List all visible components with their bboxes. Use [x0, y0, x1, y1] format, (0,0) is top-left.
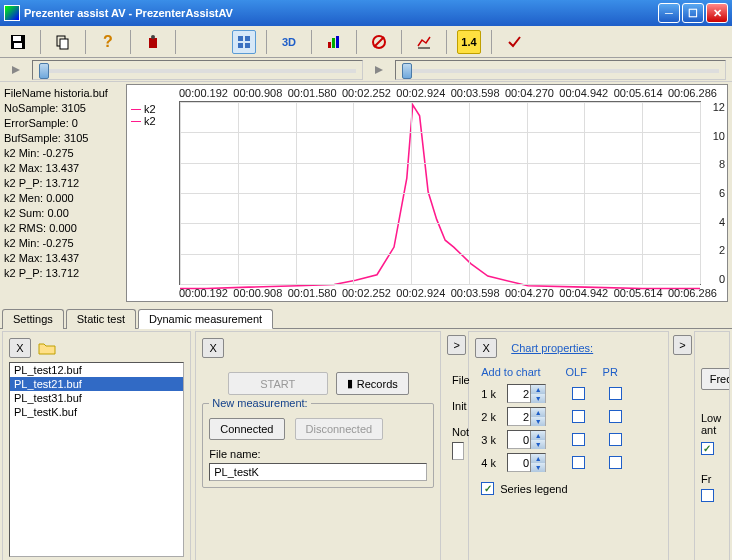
filename-input[interactable]	[209, 463, 427, 481]
x-tick: 00:03.598	[451, 87, 500, 99]
row-2-pr-checkbox[interactable]	[609, 410, 622, 423]
slider-1[interactable]	[32, 60, 363, 80]
x-tick: 00:05.614	[614, 87, 663, 99]
app-icon	[4, 5, 20, 21]
badge-14[interactable]: 1.4	[457, 30, 481, 54]
x-tick: 00:02.924	[396, 287, 445, 299]
row-4-spin[interactable]: ▲▼	[507, 453, 546, 472]
info-line: k2 Max: 13.437	[4, 251, 118, 266]
x-tick: 00:04.942	[559, 87, 608, 99]
x-tick: 00:06.286	[668, 287, 717, 299]
start-button[interactable]: START	[228, 372, 328, 395]
grid-view-button[interactable]	[232, 30, 256, 54]
svg-point-6	[151, 35, 155, 39]
fr-label: Fr	[701, 473, 723, 485]
row-2-spin[interactable]: ▲▼	[507, 407, 546, 426]
row-4-pr-checkbox[interactable]	[609, 456, 622, 469]
ant-label: ant	[701, 424, 723, 436]
chartprops-close-button[interactable]: X	[475, 338, 497, 358]
file-short-label: File	[452, 374, 470, 386]
tab-strip: Settings Static test Dynamic measurement	[0, 304, 732, 329]
window-close-button[interactable]: ✕	[706, 3, 728, 23]
svg-rect-2	[14, 43, 22, 48]
save-button[interactable]	[6, 30, 30, 54]
check-icon[interactable]	[502, 30, 526, 54]
right-check-2[interactable]	[701, 489, 714, 502]
series-legend-checkbox[interactable]	[481, 482, 494, 495]
row-4-olf-checkbox[interactable]	[572, 456, 585, 469]
init-short-label: Init	[452, 400, 470, 412]
x-tick: 00:00.192	[179, 287, 228, 299]
records-button[interactable]: ▮Records	[336, 372, 409, 395]
svg-rect-5	[149, 38, 157, 48]
tab-dynamic-measurement[interactable]: Dynamic measurement	[138, 309, 273, 329]
x-tick: 00:00.908	[233, 287, 282, 299]
row-3-spin[interactable]: ▲▼	[507, 430, 546, 449]
row-1-pr-checkbox[interactable]	[609, 387, 622, 400]
copy-button[interactable]	[51, 30, 75, 54]
row-1-spin[interactable]: ▲▼	[507, 384, 546, 403]
folder-open-icon[interactable]	[35, 338, 59, 358]
tab-settings[interactable]: Settings	[2, 309, 64, 329]
y-tick: 0	[719, 273, 725, 285]
add-to-chart-label: Add to chart	[481, 366, 557, 378]
y-tick: 6	[719, 187, 725, 199]
file-list-item[interactable]: PL_test12.buf	[10, 363, 183, 377]
help-button[interactable]: ?	[96, 30, 120, 54]
x-tick: 00:01.580	[288, 287, 337, 299]
row-3-pr-checkbox[interactable]	[609, 433, 622, 446]
disconnected-button[interactable]: Disconnected	[295, 418, 384, 440]
slider-collapse-icon[interactable]	[6, 60, 26, 80]
slider-collapse-icon-2[interactable]	[369, 60, 389, 80]
connected-button[interactable]: Connected	[209, 418, 284, 440]
titlebar: Prezenter assist AV - PrezenterAssistAV …	[0, 0, 732, 26]
chart-area[interactable]: k2k2 00:00.19200:00.90800:01.58000:02.25…	[126, 84, 728, 302]
x-tick: 00:00.908	[233, 87, 282, 99]
file-list[interactable]: PL_test12.bufPL_test21.bufPL_test31.bufP…	[9, 362, 184, 557]
chart-icon[interactable]	[322, 30, 346, 54]
measurement-close-button[interactable]: X	[202, 338, 224, 358]
window-title: Prezenter assist AV - PrezenterAssistAV	[24, 7, 658, 19]
legend-item: k2	[131, 103, 156, 115]
y-tick: 10	[713, 130, 725, 142]
window-maximize-button[interactable]: ☐	[682, 3, 704, 23]
not-input[interactable]	[452, 442, 464, 460]
y-tick: 8	[719, 158, 725, 170]
file-list-item[interactable]: PL_testK.buf	[10, 405, 183, 419]
row-1-olf-checkbox[interactable]	[572, 387, 585, 400]
window-minimize-button[interactable]: ─	[658, 3, 680, 23]
no-circle-icon[interactable]	[367, 30, 391, 54]
alert-icon[interactable]	[141, 30, 165, 54]
info-column: FileName historia.bufNoSample: 3105Error…	[0, 82, 122, 304]
file-close-button[interactable]: X	[9, 338, 31, 358]
records-icon: ▮	[347, 377, 353, 390]
info-line: NoSample: 3105	[4, 101, 118, 116]
info-line: k2 Sum: 0.00	[4, 206, 118, 221]
series-legend-label: Series legend	[500, 483, 567, 495]
tab-static-test[interactable]: Static test	[66, 309, 136, 329]
slider-row	[0, 58, 732, 82]
pr-label: PR	[595, 366, 625, 378]
file-list-item[interactable]: PL_test21.buf	[10, 377, 183, 391]
svg-rect-13	[336, 36, 339, 48]
toolbar: ? 3D 1.4	[0, 26, 732, 58]
3d-button[interactable]: 3D	[277, 30, 301, 54]
x-tick: 00:04.942	[559, 287, 608, 299]
svg-rect-11	[328, 42, 331, 48]
info-line: k2 RMS: 0.000	[4, 221, 118, 236]
scroll-right-button-2[interactable]: >	[673, 335, 692, 355]
svg-rect-4	[60, 39, 68, 49]
trend-icon[interactable]	[412, 30, 436, 54]
freq-button[interactable]: Freq	[701, 368, 730, 390]
file-list-item[interactable]: PL_test31.buf	[10, 391, 183, 405]
x-tick: 00:00.192	[179, 87, 228, 99]
slider-2[interactable]	[395, 60, 726, 80]
right-check-1[interactable]	[701, 442, 714, 455]
x-tick: 00:03.598	[451, 287, 500, 299]
low-label: Low	[701, 412, 723, 424]
row-3-olf-checkbox[interactable]	[572, 433, 585, 446]
row-2-olf-checkbox[interactable]	[572, 410, 585, 423]
chart-properties-pane: X Chart properties: Add to chart OLF PR …	[468, 331, 669, 560]
scroll-right-button[interactable]: >	[447, 335, 466, 355]
info-line: k2 Max: 13.437	[4, 161, 118, 176]
